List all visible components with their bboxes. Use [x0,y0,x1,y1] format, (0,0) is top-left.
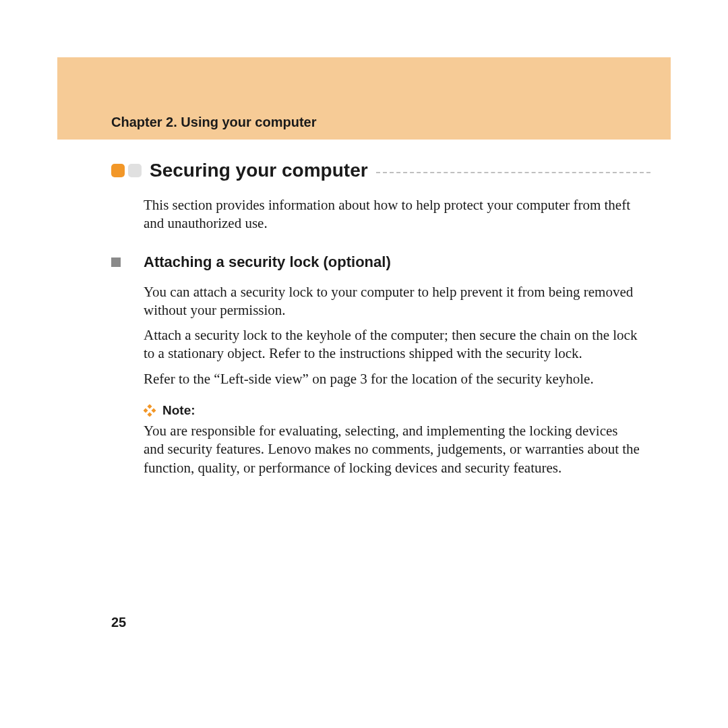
square-bullet-orange-icon [111,164,125,177]
body-paragraph: You can attach a security lock to your c… [57,283,671,320]
subsection-title: Attaching a security lock (optional) [144,253,391,271]
chapter-header-band: Chapter 2. Using your computer [57,57,671,140]
note-text: You are responsible for evaluating, sele… [57,422,671,477]
svg-rect-0 [147,404,152,409]
diamond-cluster-icon [144,404,156,417]
note-heading-row: Note: [57,403,671,418]
document-page: Chapter 2. Using your computer Securing … [57,57,671,671]
svg-rect-1 [144,408,148,413]
body-paragraph: Attach a security lock to the keyhole of… [57,326,671,363]
subsection-heading-row: Attaching a security lock (optional) [57,253,671,271]
section-title: Securing your computer [150,160,368,181]
page-number: 25 [111,615,126,630]
chapter-title: Chapter 2. Using your computer [111,115,317,130]
square-bullet-icon [111,257,121,267]
note-label: Note: [162,403,195,418]
svg-rect-2 [151,408,156,413]
svg-rect-3 [147,413,152,417]
body-paragraph: Refer to the “Left-side view” on page 3 … [57,370,671,388]
square-bullet-grey-icon [128,164,142,177]
section-heading-row: Securing your computer [57,160,671,181]
dashed-rule-icon [376,172,650,173]
section-intro-text: This section provides information about … [57,196,671,233]
